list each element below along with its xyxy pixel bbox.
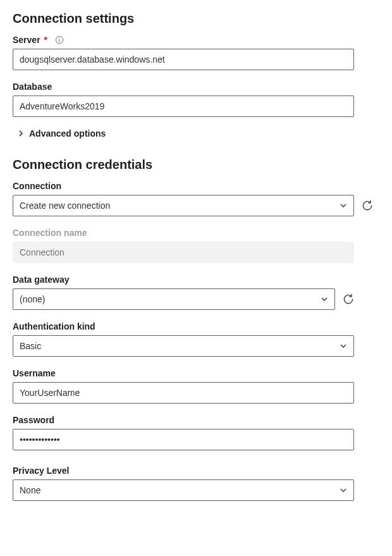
connection-select[interactable]: Create new connection — [13, 195, 354, 216]
database-input[interactable] — [13, 96, 354, 117]
advanced-options-expander[interactable]: Advanced options — [13, 128, 379, 139]
privacy-level-label: Privacy Level — [13, 466, 354, 476]
connection-credentials-title: Connection credentials — [13, 158, 379, 172]
data-gateway-value: (none) — [20, 294, 315, 304]
connection-credentials-section: Connection credentials Connection Create… — [13, 158, 379, 501]
auth-kind-field: Authentication kind Basic — [13, 321, 354, 357]
chevron-down-icon — [321, 295, 328, 303]
data-gateway-label: Data gateway — [13, 275, 379, 285]
server-label: Server — [13, 35, 40, 45]
database-label: Database — [13, 82, 354, 92]
required-star-icon: * — [44, 35, 47, 45]
privacy-level-select[interactable]: None — [13, 479, 354, 501]
connection-refresh-button[interactable] — [360, 199, 374, 213]
chevron-down-icon — [340, 486, 347, 494]
auth-kind-select[interactable]: Basic — [13, 335, 354, 357]
data-gateway-select[interactable]: (none) — [13, 288, 335, 310]
username-label: Username — [13, 368, 354, 378]
password-field: Password — [13, 415, 354, 450]
connection-name-label: Connection name — [13, 228, 354, 238]
auth-kind-label: Authentication kind — [13, 321, 354, 331]
chevron-down-icon — [340, 342, 347, 350]
connection-label: Connection — [13, 181, 379, 191]
username-field: Username — [13, 368, 354, 404]
chevron-down-icon — [340, 202, 347, 209]
username-input[interactable] — [13, 382, 354, 404]
connection-settings-section: Connection settings Server * Database Ad… — [13, 11, 379, 139]
svg-point-1 — [59, 38, 59, 39]
privacy-level-field: Privacy Level None — [13, 466, 354, 501]
database-field: Database — [13, 82, 354, 117]
info-icon[interactable] — [55, 35, 64, 44]
gateway-refresh-button[interactable] — [341, 292, 355, 306]
server-input[interactable] — [13, 49, 354, 70]
auth-kind-value: Basic — [20, 341, 334, 351]
password-input[interactable] — [13, 429, 354, 450]
password-label: Password — [13, 415, 354, 425]
connection-name-field: Connection name — [13, 228, 354, 263]
connection-select-value: Create new connection — [20, 201, 334, 211]
connection-name-input — [13, 242, 354, 263]
connection-settings-title: Connection settings — [13, 11, 379, 26]
connection-field: Connection Create new connection — [13, 181, 379, 216]
server-field: Server * — [13, 35, 354, 70]
advanced-options-label: Advanced options — [29, 128, 106, 139]
data-gateway-field: Data gateway (none) — [13, 275, 379, 310]
chevron-right-icon — [18, 130, 24, 137]
privacy-level-value: None — [20, 485, 334, 495]
server-label-row: Server * — [13, 35, 354, 45]
